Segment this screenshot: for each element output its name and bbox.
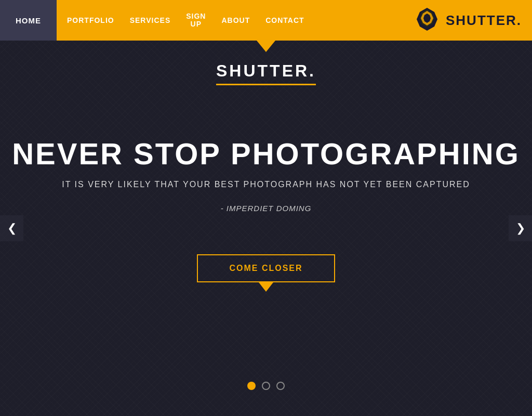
logo-text: SHUTTER. — [446, 12, 522, 29]
cta-tail-decoration — [259, 282, 273, 292]
arrow-left-icon: ❮ — [7, 222, 17, 235]
arrow-right-icon: ❯ — [516, 222, 525, 235]
slide-dots — [247, 382, 285, 390]
hero-section: SHUTTER. NEVER STOP PHOTOGRAPHING IT IS … — [0, 41, 532, 416]
nav-contact-link[interactable]: CONTACT — [265, 16, 304, 24]
nav-home-label: HOME — [16, 16, 41, 25]
slide-dot-3[interactable] — [276, 382, 285, 390]
slide-next-button[interactable]: ❯ — [509, 215, 532, 241]
slide-dot-1[interactable] — [247, 382, 256, 390]
navbar: HOME PORTFOLIO SERVICES SIGN UP ABOUT CO… — [0, 0, 532, 41]
shutter-logo-icon — [414, 7, 441, 34]
hero-main-title: NEVER STOP PHOTOGRAPHING — [12, 137, 520, 171]
nav-about-link[interactable]: ABOUT — [221, 16, 250, 24]
nav-home-button[interactable]: HOME — [0, 0, 57, 41]
nav-signup-link[interactable]: SIGN UP — [186, 12, 206, 29]
slide-prev-button[interactable]: ❮ — [0, 215, 23, 241]
logo-area: SHUTTER. — [414, 7, 522, 34]
nav-links: PORTFOLIO SERVICES SIGN UP ABOUT CONTACT — [57, 12, 414, 29]
hero-subtitle: IT IS VERY LIKELY THAT YOUR BEST PHOTOGR… — [62, 180, 470, 189]
hero-brand: SHUTTER. — [216, 61, 316, 85]
cta-button[interactable]: COME CLOSER — [197, 254, 335, 282]
slide-dot-2[interactable] — [262, 382, 270, 390]
cta-wrapper: COME CLOSER — [197, 254, 335, 292]
nav-services-link[interactable]: SERVICES — [130, 16, 171, 24]
nav-portfolio-link[interactable]: PORTFOLIO — [67, 16, 114, 24]
hero-quote: - IMPERDIET DOMING — [221, 204, 312, 213]
